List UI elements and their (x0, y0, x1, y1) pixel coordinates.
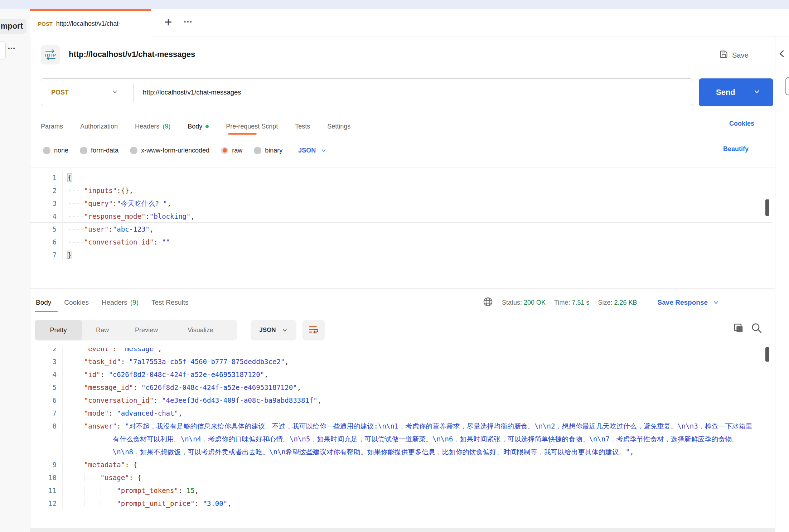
new-tab-button[interactable]: + (161, 14, 175, 30)
url-input[interactable]: http://localhost/v1/chat-messages (143, 88, 241, 96)
radio-icon (130, 147, 137, 154)
line-content: "answer": "对不起，我没有足够的信息来给你具体的建议。不过，我可以给你… (62, 420, 768, 458)
send-button[interactable]: Send (699, 78, 773, 106)
line-content: "event": "message", (62, 348, 768, 355)
rail-partial-icon[interactable] (785, 77, 789, 95)
save-response-button[interactable]: Save Response (658, 299, 719, 306)
body-language-select[interactable]: JSON (298, 147, 327, 154)
request-tab-params[interactable]: Params (41, 123, 63, 130)
line-number: 6 (30, 394, 62, 407)
request-tab-pre-request-script[interactable]: Pre-request Script (226, 123, 278, 130)
sidebar-partial-item[interactable] (0, 42, 6, 59)
response-tab-cookies[interactable]: Cookies (64, 299, 89, 306)
request-body-editor[interactable]: 1{2····"inputs":{},3····"query":"今天吃什么? … (30, 168, 772, 288)
body-mode-form-data[interactable]: form-data (80, 147, 118, 154)
line-number: 4 (30, 368, 62, 381)
line-content: ····"response_mode":"blocking", (62, 210, 772, 223)
wrap-text-icon (308, 324, 319, 336)
tab-label: Settings (327, 123, 350, 130)
request-tab-authorization[interactable]: Authorization (80, 123, 118, 130)
code-line-3: 3····"query":"今天吃什么? ", (30, 197, 772, 210)
save-button[interactable]: Save (719, 49, 749, 61)
view-tab-preview[interactable]: Preview (123, 320, 170, 340)
request-response-divider[interactable] (30, 288, 775, 289)
request-editor-scrollbar[interactable] (765, 199, 769, 216)
request-tab-tests[interactable]: Tests (295, 123, 310, 130)
response-scrollbar[interactable] (765, 347, 769, 362)
request-tab-settings[interactable]: Settings (327, 123, 350, 130)
status-value: 200 OK (524, 299, 546, 306)
tab-url-text: http://localhost/v1/chat- (56, 20, 121, 28)
request-tabs: ParamsAuthorizationHeaders (9)BodyPre-re… (41, 118, 350, 135)
time-value: 7.51 s (572, 299, 589, 306)
beautify-link[interactable]: Beautify (723, 145, 749, 153)
line-content: "metadata": { (62, 458, 768, 471)
request-tab-body[interactable]: Body (188, 123, 209, 130)
tab-method-badge: POST (38, 21, 53, 27)
body-mode-binary[interactable]: binary (254, 147, 282, 154)
request-title: http://localhost/v1/chat-messages (69, 50, 195, 59)
code-line-4: 4····"response_mode":"blocking", (30, 210, 772, 223)
line-number: 11 (30, 484, 62, 497)
line-content: ····"user":"abc-123", (62, 223, 772, 236)
mode-label: form-data (91, 147, 118, 154)
response-tabs: BodyCookiesHeaders (9)Test Results (36, 294, 189, 311)
request-tab-headers[interactable]: Headers (9) (135, 123, 170, 130)
save-response-label: Save Response (658, 299, 708, 306)
code-line-5: 5 "message_id": "c626f8d2-048c-424f-a52e… (30, 381, 768, 394)
response-tab-test-results[interactable]: Test Results (151, 299, 188, 306)
http-request-icon: HTTP (41, 45, 60, 64)
cookies-link[interactable]: Cookies (729, 120, 754, 127)
request-tabs-border (30, 135, 775, 135)
response-language-select[interactable]: JSON (251, 320, 296, 340)
send-options-chevron-down-icon[interactable] (753, 88, 760, 97)
right-panel-divider (775, 37, 775, 532)
method-chevron-down-icon[interactable] (112, 88, 118, 96)
body-mode-none[interactable]: none (43, 147, 68, 154)
tab-label: Params (41, 123, 63, 130)
code-line-3: 3 "task_id": "7a17553a-cb5f-4560-b777-87… (30, 355, 768, 368)
line-number: 9 (30, 458, 62, 471)
body-mode-x-www-form-urlencoded[interactable]: x-www-form-urlencoded (130, 147, 209, 154)
mode-label: x-www-form-urlencoded (141, 147, 209, 154)
copy-response-button[interactable] (732, 323, 745, 335)
wrap-text-button[interactable] (302, 320, 325, 340)
line-content: ····"inputs":{}, (62, 184, 772, 197)
save-button-label: Save (732, 51, 749, 59)
method-select-value[interactable]: POST (51, 89, 69, 96)
svg-text:HTTP: HTTP (45, 53, 56, 57)
line-number: 6 (30, 236, 62, 248)
code-line-6: 6 "conversation_id": "4e3eef3d-6d43-409f… (30, 394, 768, 407)
search-response-button[interactable] (750, 322, 763, 334)
code-line-8: 8 "answer": "对不起，我没有足够的信息来给你具体的建议。不过，我可以… (30, 420, 768, 458)
tab-label: Body (36, 299, 51, 306)
sidebar-more-icon[interactable]: ••• (8, 45, 16, 51)
view-tab-pretty[interactable]: Pretty (35, 320, 82, 340)
line-number: 2 (30, 348, 62, 355)
code-line-5: 5····"user":"abc-123", (30, 223, 772, 236)
left-sidebar: mport ••• (0, 9, 30, 532)
tab-label: Authorization (80, 123, 118, 130)
size-label: Size: 2.26 KB (598, 299, 637, 306)
line-number: 12 (30, 497, 62, 510)
response-tab-body[interactable]: Body (36, 299, 51, 306)
view-tab-raw[interactable]: Raw (82, 320, 123, 340)
line-number: 7 (30, 407, 62, 420)
response-hscrollbar-track[interactable] (30, 528, 775, 532)
line-content: "task_id": "7a17553a-cb5f-4560-b777-875d… (62, 355, 768, 368)
globe-icon[interactable] (483, 296, 493, 309)
tab-label: Tests (295, 123, 310, 130)
response-tab-headers[interactable]: Headers (9) (102, 299, 139, 306)
tabbar-more-icon[interactable]: ••• (184, 19, 193, 25)
tab-count: (9) (130, 299, 139, 306)
code-line-2: 2····"inputs":{}, (30, 184, 772, 197)
tab-label: Headers (135, 123, 159, 130)
body-mode-raw[interactable]: raw (221, 147, 242, 154)
import-button[interactable]: mport (0, 19, 26, 34)
view-tab-visualize[interactable]: Visualize (170, 320, 231, 340)
tab-label: Cookies (64, 299, 89, 306)
response-body-viewer[interactable]: 2 "event": "message",3 "task_id": "7a175… (30, 348, 768, 528)
response-language-value: JSON (259, 327, 276, 334)
collapse-panel-chevron-left-icon[interactable] (778, 49, 786, 58)
mode-label: none (54, 147, 68, 154)
